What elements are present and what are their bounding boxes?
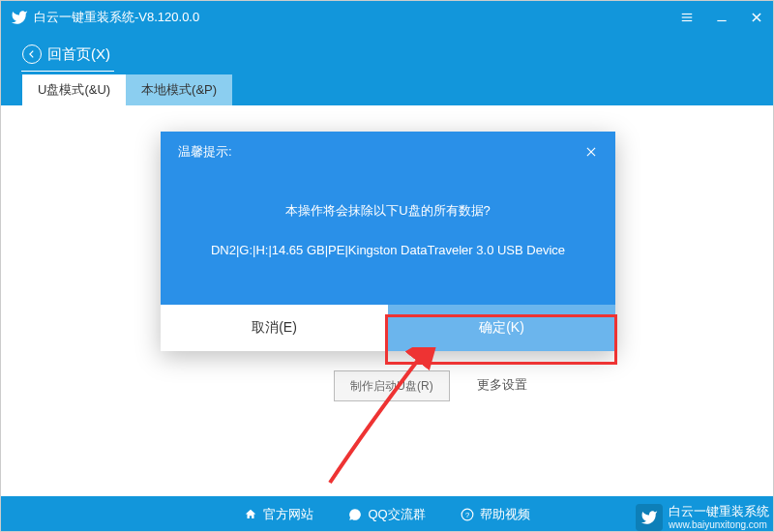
tab-usb-mode[interactable]: U盘模式(&U) — [22, 74, 126, 105]
watermark-brand: 白云一键重装系统 — [669, 505, 769, 519]
close-icon[interactable] — [750, 11, 763, 24]
footer: 官方网站 QQ交流群 ? 帮助视频 白云一键重装系统 www.baiyunxit… — [1, 496, 773, 532]
footer-help-video[interactable]: ? 帮助视频 — [461, 506, 530, 523]
titlebar: 白云一键重装系统-V8.120.0.0 — [1, 1, 773, 34]
dialog-message-1: 本操作将会抹除以下U盘的所有数据? — [190, 199, 586, 223]
watermark-url: www.baiyunxitong.com — [669, 519, 769, 531]
watermark-logo-icon — [636, 504, 663, 531]
back-underline — [21, 71, 114, 72]
svg-text:?: ? — [465, 511, 469, 519]
back-button[interactable]: 回首页(X) — [22, 44, 110, 64]
make-boot-usb-button[interactable]: 制作启动U盘(R) — [334, 370, 450, 401]
confirm-dialog: 温馨提示: 本操作将会抹除以下U盘的所有数据? DN2|G:|H:|14.65 … — [161, 132, 615, 351]
back-arrow-icon — [22, 44, 42, 64]
help-icon: ? — [461, 508, 474, 521]
dialog-body: 本操作将会抹除以下U盘的所有数据? DN2|G:|H:|14.65 GB|PE|… — [161, 172, 615, 305]
content-area: 制作启动U盘(R) 更多设置 温馨提示: 本操作将会抹除以下U盘的所有数据? D… — [1, 105, 773, 496]
annotation-arrow-icon — [311, 347, 465, 492]
tab-local-mode[interactable]: 本地模式(&P) — [126, 74, 232, 105]
chat-icon — [348, 508, 362, 521]
watermark: 白云一键重装系统 www.baiyunxitong.com — [636, 504, 769, 531]
subheader: 回首页(X) — [1, 34, 773, 74]
dialog-header: 温馨提示: — [161, 132, 615, 172]
minimize-icon[interactable] — [715, 11, 729, 24]
tabs: U盘模式(&U) 本地模式(&P) — [1, 74, 773, 105]
menu-icon[interactable] — [680, 11, 694, 24]
dialog-message-2: DN2|G:|H:|14.65 GB|PE|Kingston DataTrave… — [190, 239, 586, 263]
window-controls — [680, 11, 763, 24]
more-settings-link[interactable]: 更多设置 — [477, 376, 527, 394]
confirm-button[interactable]: 确定(K) — [388, 305, 615, 351]
back-label: 回首页(X) — [47, 45, 110, 64]
dialog-footer: 取消(E) 确定(K) — [161, 305, 615, 351]
cancel-button[interactable]: 取消(E) — [161, 305, 388, 351]
app-title: 白云一键重装系统-V8.120.0.0 — [34, 9, 199, 26]
dialog-close-icon[interactable] — [584, 145, 598, 159]
footer-qq-group[interactable]: QQ交流群 — [348, 506, 425, 523]
dialog-title: 温馨提示: — [178, 143, 232, 161]
footer-official-site[interactable]: 官方网站 — [244, 506, 313, 523]
home-icon — [244, 508, 257, 521]
app-logo-icon — [11, 9, 28, 26]
